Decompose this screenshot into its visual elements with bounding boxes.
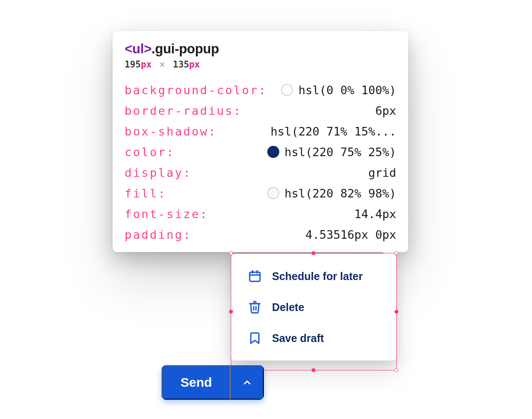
- devtools-element-tooltip: <ul>.gui-popup 195px × 135px background-…: [113, 31, 408, 252]
- send-button-label: Send: [180, 375, 212, 390]
- tooltip-tag: <ul>: [125, 41, 152, 57]
- send-caret-button[interactable]: [230, 365, 264, 400]
- css-property-value-text: hsl(0 0% 100%): [298, 83, 396, 97]
- css-property-name: background-color: [125, 83, 267, 97]
- resize-handle: [394, 368, 398, 372]
- svg-rect-0: [250, 272, 260, 281]
- css-property-value: hsl(220 75% 25%): [267, 145, 396, 159]
- tooltip-dim-sep: ×: [159, 59, 165, 70]
- css-property-row: font-size14.4px: [125, 206, 396, 221]
- tooltip-class: .gui-popup: [152, 41, 219, 57]
- css-property-value-text: 4.53516px 0px: [306, 228, 396, 241]
- css-property-name: color: [125, 145, 175, 159]
- css-property-value: hsl(220 71% 15%...: [270, 125, 396, 138]
- css-property-row: box-shadowhsl(220 71% 15%...: [125, 124, 396, 139]
- tooltip-title: <ul>.gui-popup: [125, 41, 396, 57]
- popup-item-delete[interactable]: Delete: [231, 292, 397, 323]
- css-property-value-text: hsl(220 71% 15%...: [270, 125, 396, 138]
- tooltip-properties: background-colorhsl(0 0% 100%)border-rad…: [125, 83, 396, 242]
- css-property-name: box-shadow: [125, 125, 217, 138]
- popup-item-label: Schedule for later: [272, 270, 363, 283]
- popup-item-save-draft[interactable]: Save draft: [231, 323, 397, 354]
- css-property-value-text: 6px: [375, 104, 396, 117]
- css-property-value-text: hsl(220 82% 98%): [284, 187, 396, 200]
- css-property-row: border-radius6px: [125, 103, 396, 118]
- tooltip-height-num: 135: [173, 59, 189, 70]
- css-property-name: padding: [125, 228, 192, 241]
- resize-handle: [312, 368, 315, 372]
- css-property-name: display: [125, 166, 192, 179]
- css-property-row: colorhsl(220 75% 25%): [125, 145, 396, 159]
- css-property-value: 4.53516px 0px: [306, 228, 396, 241]
- css-property-value-text: hsl(220 75% 25%): [284, 145, 396, 159]
- css-property-row: background-colorhsl(0 0% 100%): [125, 83, 396, 97]
- css-property-value-text: 14.4px: [354, 207, 396, 221]
- tooltip-width-num: 195: [125, 59, 141, 70]
- css-property-row: padding4.53516px 0px: [125, 227, 396, 242]
- popup-item-schedule-for-later[interactable]: Schedule for later: [231, 261, 397, 292]
- trash-icon: [248, 300, 262, 314]
- popup-item-label: Delete: [272, 301, 304, 314]
- popup-item-label: Save draft: [272, 332, 324, 345]
- color-swatch: [267, 146, 279, 158]
- css-property-value: grid: [368, 166, 396, 179]
- css-property-value: 14.4px: [354, 207, 396, 221]
- gui-popup[interactable]: Schedule for laterDeleteSave draft: [231, 254, 397, 360]
- css-property-name: border-radius: [125, 104, 242, 117]
- tooltip-dimensions: 195px × 135px: [125, 59, 396, 70]
- tooltip-height-unit: px: [189, 59, 200, 70]
- css-property-value: hsl(0 0% 100%): [281, 83, 396, 97]
- css-property-row: displaygrid: [125, 165, 396, 180]
- css-property-name: fill: [125, 187, 166, 200]
- tooltip-width-unit: px: [141, 59, 152, 70]
- chevron-up-icon: [242, 377, 252, 388]
- calendar-icon: [248, 269, 262, 283]
- css-property-value: 6px: [375, 104, 396, 117]
- css-property-value-text: grid: [368, 166, 396, 179]
- css-property-value: hsl(220 82% 98%): [267, 187, 396, 200]
- send-button[interactable]: Send: [162, 365, 230, 400]
- css-property-row: fillhsl(220 82% 98%): [125, 186, 396, 200]
- color-swatch: [267, 187, 279, 199]
- bookmark-icon: [248, 331, 262, 345]
- send-split-button: Send: [162, 365, 264, 400]
- color-swatch: [281, 84, 293, 96]
- css-property-name: font-size: [125, 207, 208, 221]
